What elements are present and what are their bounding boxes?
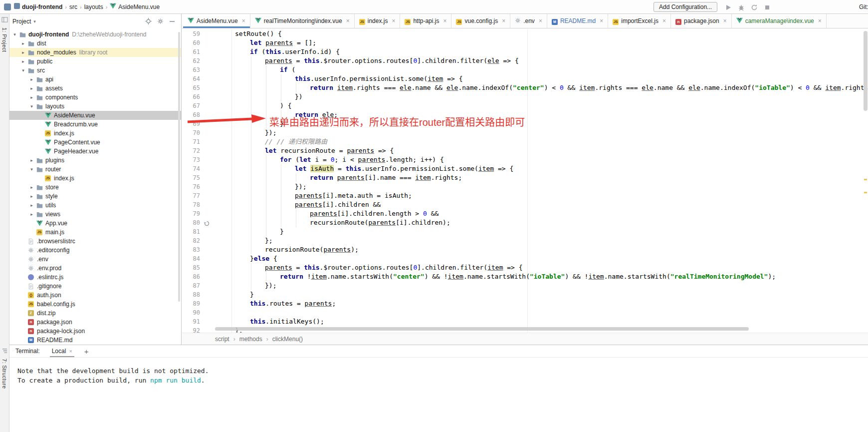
chevron-right-icon[interactable]: ▸ — [28, 86, 35, 91]
horizontal-scrollbar[interactable] — [215, 327, 749, 331]
tree-item[interactable]: AsideMenu.vue — [9, 111, 181, 120]
tree-item[interactable]: Breadcrumb.vue — [9, 120, 181, 129]
code-editor[interactable]: 59setRoute() {60let parents = [];61if (t… — [182, 29, 868, 333]
tree-item[interactable]: .gitignore — [9, 282, 181, 291]
editor-tab[interactable]: cameraManage\index.vue× — [732, 14, 827, 28]
tree-item[interactable]: .env — [9, 255, 181, 264]
chevron-right-icon[interactable]: ▸ — [28, 95, 35, 100]
editor-tab[interactable]: .env× — [510, 14, 547, 28]
tree-item[interactable]: PageContent.vue — [9, 138, 181, 147]
update-project-icon[interactable] — [750, 3, 758, 11]
close-icon[interactable]: × — [69, 348, 72, 354]
tree-item[interactable]: JSindex.js — [9, 129, 181, 138]
tree-item[interactable]: .browserslistrc — [9, 237, 181, 246]
debug-icon[interactable] — [737, 3, 745, 11]
run-icon[interactable] — [724, 3, 732, 11]
tree-item[interactable]: .eslintrc.js — [9, 273, 181, 282]
chevron-right-icon[interactable]: ▸ — [28, 212, 35, 217]
chevron-right-icon[interactable]: ▸ — [28, 185, 35, 190]
close-tab-icon[interactable]: × — [662, 17, 666, 24]
tree-item[interactable]: npackage-lock.json — [9, 327, 181, 336]
project-tree-scrollbar[interactable] — [178, 32, 180, 302]
tree-item[interactable]: MREADME.md — [9, 336, 181, 345]
tree-item[interactable]: ▸store — [9, 183, 181, 192]
tree-item[interactable]: ▾duoji-frontendD:\zheheWeb\duoji-fronten… — [9, 30, 181, 39]
tree-item[interactable]: ▾layouts — [9, 102, 181, 111]
tree-item[interactable]: ▸utils — [9, 201, 181, 210]
tree-item[interactable]: ▸plugins — [9, 156, 181, 165]
inspection-mark[interactable] — [864, 179, 867, 180]
tree-item[interactable]: ▸views — [9, 210, 181, 219]
tree-item[interactable]: Zdist.zip — [9, 309, 181, 318]
add-configuration-button[interactable]: Add Configuration... — [653, 2, 717, 12]
editor-tab[interactable]: MREADME.md× — [547, 14, 608, 28]
close-tab-icon[interactable]: × — [502, 17, 505, 24]
close-tab-icon[interactable]: × — [818, 17, 822, 24]
git-branch-label[interactable]: Git: — [859, 3, 868, 10]
terminal-tab-local[interactable]: Local × — [50, 345, 74, 357]
hide-panel-icon[interactable] — [166, 16, 178, 27]
tree-item[interactable]: {}auth.json — [9, 291, 181, 300]
tool-window-layout-icon[interactable] — [1, 16, 8, 24]
editor-tab[interactable]: JSimportExcel.js× — [608, 14, 671, 28]
vertical-scrollbar[interactable] — [864, 31, 868, 111]
close-tab-icon[interactable]: × — [723, 17, 727, 24]
editor-tab[interactable]: JShttp-api.js× — [400, 14, 451, 28]
structure-icon[interactable] — [1, 348, 8, 356]
close-tab-icon[interactable]: × — [392, 17, 395, 24]
chevron-right-icon[interactable]: ▸ — [20, 41, 26, 46]
tree-item[interactable]: .env.prod — [9, 264, 181, 273]
chevron-right-icon[interactable]: ▸ — [28, 194, 35, 199]
tree-item[interactable]: ▸public — [9, 57, 181, 66]
editor-tab[interactable]: JSindex.js× — [355, 14, 401, 28]
tree-item[interactable]: PageHeader.vue — [9, 147, 181, 156]
close-tab-icon[interactable]: × — [600, 17, 603, 24]
tree-item[interactable]: .editorconfig — [9, 246, 181, 255]
chevron-down-icon[interactable]: ▾ — [20, 68, 26, 73]
close-tab-icon[interactable]: × — [539, 17, 542, 24]
editor-breadcrumb-item[interactable]: script — [215, 336, 229, 343]
breadcrumb-item[interactable]: layouts — [84, 3, 103, 10]
tree-item[interactable]: ▸style — [9, 192, 181, 201]
stop-icon[interactable] — [763, 3, 771, 11]
editor-breadcrumb-item[interactable]: methods — [239, 336, 262, 343]
close-tab-icon[interactable]: × — [242, 17, 245, 24]
new-terminal-session-icon[interactable]: + — [84, 347, 89, 356]
tree-item[interactable]: JSbabel.config.js — [9, 300, 181, 309]
breadcrumb-item[interactable]: duoji-frontend — [14, 3, 62, 10]
sidebar-item-structure[interactable]: 7: Structure — [1, 359, 7, 389]
close-tab-icon[interactable]: × — [443, 17, 446, 24]
chevron-down-icon[interactable]: ▾ — [28, 167, 35, 172]
project-panel-title[interactable]: Project — [12, 18, 31, 25]
editor-tab[interactable]: npackage.json× — [671, 14, 732, 28]
inspection-mark[interactable] — [864, 192, 867, 193]
terminal-output[interactable]: Note that the development build is not o… — [9, 358, 868, 385]
chevron-down-icon[interactable]: ▾ — [28, 104, 35, 109]
tree-item[interactable]: ▾src — [9, 66, 181, 75]
tree-item[interactable]: ▸components — [9, 93, 181, 102]
tree-item[interactable]: ▸node_moduleslibrary root — [9, 48, 181, 57]
tree-item[interactable]: ▾router — [9, 165, 181, 174]
editor-breadcrumb-item[interactable]: clickMenu() — [272, 336, 303, 343]
tree-item[interactable]: JSmain.js — [9, 228, 181, 237]
chevron-right-icon[interactable]: ▸ — [28, 77, 35, 82]
tree-item[interactable]: ▸assets — [9, 84, 181, 93]
tree-item[interactable]: npackage.json — [9, 318, 181, 327]
breadcrumb-item[interactable]: AsideMenu.vue — [110, 3, 160, 10]
chevron-right-icon[interactable]: ▸ — [28, 203, 35, 208]
tree-item[interactable]: JSindex.js — [9, 174, 181, 183]
tree-item[interactable]: ▸api — [9, 75, 181, 84]
editor-tab[interactable]: JSvue.config.js× — [451, 14, 510, 28]
sidebar-item-project[interactable]: 1: Project — [1, 27, 7, 52]
tree-item[interactable]: App.vue — [9, 219, 181, 228]
breadcrumb-item[interactable]: src — [69, 3, 77, 10]
editor-tab[interactable]: AsideMenu.vue× — [183, 14, 250, 28]
close-tab-icon[interactable]: × — [346, 17, 350, 24]
chevron-right-icon[interactable]: ▸ — [20, 50, 26, 55]
chevron-down-icon[interactable]: ▾ — [11, 32, 18, 37]
chevron-down-icon[interactable]: ▾ — [33, 19, 36, 24]
chevron-right-icon[interactable]: ▸ — [28, 158, 35, 163]
editor-tab[interactable]: realTimeMonitoring\index.vue× — [250, 14, 355, 28]
gear-icon[interactable] — [154, 16, 166, 27]
chevron-right-icon[interactable]: ▸ — [20, 59, 26, 64]
